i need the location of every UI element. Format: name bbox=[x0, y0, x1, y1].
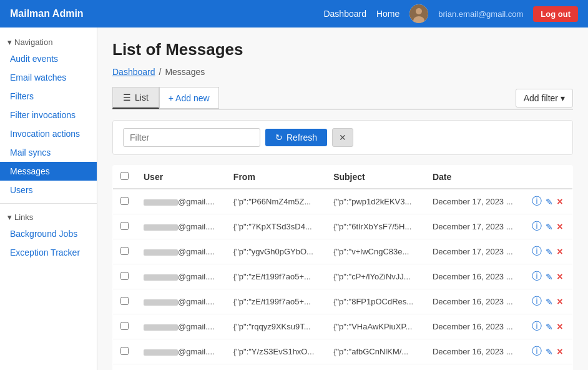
row-checkbox-5[interactable] bbox=[120, 322, 129, 330]
row-checkbox-cell[interactable] bbox=[113, 289, 137, 314]
row-user-6: @gmail.... bbox=[136, 339, 226, 364]
row-checkbox-cell[interactable] bbox=[113, 189, 137, 214]
row-actions-3: ⓘ ✎ × bbox=[524, 264, 572, 289]
row-checkbox-cell[interactable] bbox=[113, 214, 137, 239]
table-row: @gmail.... {"p":"Y/zS3EvS1hxO... {"p":"a… bbox=[113, 339, 573, 364]
row-checkbox-1[interactable] bbox=[120, 222, 129, 230]
row-checkbox-4[interactable] bbox=[120, 297, 129, 305]
row-actions-4: ⓘ ✎ × bbox=[524, 289, 572, 314]
row-from-0: {"p":"P66NmZ4m5Z... bbox=[226, 189, 326, 214]
row-user-5: @gmail.... bbox=[136, 314, 226, 339]
row-user-2: @gmail.... bbox=[136, 239, 226, 264]
sidebar-item-users[interactable]: Users bbox=[0, 181, 97, 199]
tabs-left: ☰ List + Add new bbox=[112, 87, 219, 109]
tab-list[interactable]: ☰ List bbox=[112, 87, 159, 109]
sidebar-item-invocation-actions[interactable]: Invocation actions bbox=[0, 124, 97, 143]
delete-icon-4[interactable]: × bbox=[557, 296, 562, 308]
row-checkbox-cell[interactable] bbox=[113, 264, 137, 289]
info-icon-1[interactable]: ⓘ bbox=[532, 220, 542, 233]
info-icon-5[interactable]: ⓘ bbox=[532, 320, 542, 333]
delete-icon-0[interactable]: × bbox=[557, 196, 562, 208]
col-actions bbox=[524, 166, 572, 189]
table-row: @gmail.... {"p":"ygvGh0pGYbO... {"p":"v+… bbox=[113, 239, 573, 264]
clear-filter-button[interactable]: ✕ bbox=[332, 128, 353, 147]
select-all-checkbox-header[interactable] bbox=[113, 166, 137, 189]
delete-icon-3[interactable]: × bbox=[557, 271, 562, 282]
row-actions-5: ⓘ ✎ × bbox=[524, 314, 572, 339]
row-user-7: @gmail.... bbox=[136, 364, 226, 371]
row-user-0: @gmail.... bbox=[136, 189, 226, 214]
refresh-button[interactable]: ↻ Refresh bbox=[265, 129, 327, 146]
row-checkbox-cell[interactable] bbox=[113, 339, 137, 364]
sidebar-nav-section: ▾ Navigation bbox=[0, 32, 97, 49]
sidebar-item-email-watches[interactable]: Email watches bbox=[0, 68, 97, 87]
filter-bar: ↻ Refresh ✕ bbox=[112, 120, 573, 155]
sidebar-item-messages[interactable]: Messages bbox=[0, 162, 97, 181]
info-icon-2[interactable]: ⓘ bbox=[532, 245, 542, 258]
col-date: Date bbox=[425, 166, 524, 189]
sidebar-item-mail-syncs[interactable]: Mail syncs bbox=[0, 143, 97, 162]
edit-icon-4[interactable]: ✎ bbox=[546, 297, 553, 307]
messages-table: User From Subject Date @gmail.... {"p":"… bbox=[112, 165, 573, 370]
row-from-4: {"p":"zE/t199f7ao5+... bbox=[226, 289, 326, 314]
info-icon-6[interactable]: ⓘ bbox=[532, 345, 542, 358]
row-checkbox-0[interactable] bbox=[120, 197, 129, 205]
row-date-2: December 17, 2023 ... bbox=[425, 239, 524, 264]
table-row: @gmail.... {"p":"rqqyz9XKsu9T... {"p":"V… bbox=[113, 314, 573, 339]
breadcrumb-current: Messages bbox=[165, 67, 205, 77]
sidebar-item-filter-invocations[interactable]: Filter invocations bbox=[0, 106, 97, 124]
row-from-7: {"p":"Y/zS3EvS1hxO... bbox=[226, 364, 326, 371]
row-actions-0: ⓘ ✎ × bbox=[524, 189, 572, 214]
edit-icon-0[interactable]: ✎ bbox=[546, 197, 553, 207]
add-filter-button[interactable]: Add filter ▾ bbox=[516, 89, 573, 108]
info-icon-4[interactable]: ⓘ bbox=[532, 295, 542, 308]
user-email: brian.email@gmail.com bbox=[438, 9, 523, 19]
delete-icon-2[interactable]: × bbox=[557, 246, 562, 258]
tab-list-label: List bbox=[135, 92, 149, 102]
row-checkbox-6[interactable] bbox=[120, 347, 129, 355]
row-subject-4: {"p":"8FP1pOCdRes... bbox=[326, 289, 425, 314]
delete-icon-6[interactable]: × bbox=[557, 346, 562, 358]
info-icon-3[interactable]: ⓘ bbox=[532, 270, 542, 283]
chevron-down-icon-links: ▾ bbox=[7, 212, 12, 222]
page-title: List of Messages bbox=[112, 40, 573, 59]
list-icon: ☰ bbox=[123, 92, 131, 102]
edit-icon-2[interactable]: ✎ bbox=[546, 247, 553, 257]
row-checkbox-cell[interactable] bbox=[113, 364, 137, 371]
filter-input[interactable] bbox=[123, 128, 260, 147]
nav-dashboard-link[interactable]: Dashboard bbox=[323, 9, 366, 19]
info-icon-0[interactable]: ⓘ bbox=[532, 195, 542, 208]
sidebar-item-exception-tracker[interactable]: Exception Tracker bbox=[0, 243, 97, 262]
refresh-label: Refresh bbox=[287, 132, 317, 142]
sidebar-item-filters[interactable]: Filters bbox=[0, 87, 97, 106]
delete-icon-5[interactable]: × bbox=[557, 321, 562, 332]
row-user-3: @gmail.... bbox=[136, 264, 226, 289]
breadcrumb-home[interactable]: Dashboard bbox=[112, 67, 155, 77]
edit-icon-5[interactable]: ✎ bbox=[546, 322, 553, 332]
row-checkbox-2[interactable] bbox=[120, 247, 129, 255]
logout-button[interactable]: Log out bbox=[533, 6, 578, 22]
edit-icon-1[interactable]: ✎ bbox=[546, 222, 553, 232]
edit-icon-3[interactable]: ✎ bbox=[546, 272, 553, 282]
edit-icon-6[interactable]: ✎ bbox=[546, 347, 553, 357]
tab-add-new[interactable]: + Add new bbox=[159, 87, 219, 109]
row-checkbox-cell[interactable] bbox=[113, 314, 137, 339]
app-brand: Mailman Admin bbox=[10, 8, 84, 19]
delete-icon-1[interactable]: × bbox=[557, 221, 562, 232]
row-date-4: December 16, 2023 ... bbox=[425, 289, 524, 314]
row-date-6: December 16, 2023 ... bbox=[425, 339, 524, 364]
row-checkbox-cell[interactable] bbox=[113, 239, 137, 264]
row-actions-6: ⓘ ✎ × bbox=[524, 339, 572, 364]
select-all-checkbox[interactable] bbox=[120, 172, 129, 180]
sidebar-navigation-label: Navigation bbox=[14, 38, 52, 47]
row-from-3: {"p":"zE/t199f7ao5+... bbox=[226, 264, 326, 289]
main-content: List of Messages Dashboard / Messages ☰ … bbox=[97, 28, 588, 370]
sidebar-links-label: Links bbox=[14, 212, 33, 222]
row-checkbox-3[interactable] bbox=[120, 272, 129, 280]
top-nav-right: Dashboard Home brian.email@gmail.com Log… bbox=[323, 4, 578, 23]
sidebar-item-audit-events[interactable]: Audit events bbox=[0, 49, 97, 68]
row-date-5: December 16, 2023 ... bbox=[425, 314, 524, 339]
col-subject: Subject bbox=[326, 166, 425, 189]
sidebar-item-background-jobs[interactable]: Background Jobs bbox=[0, 224, 97, 243]
nav-home-link[interactable]: Home bbox=[376, 9, 399, 19]
